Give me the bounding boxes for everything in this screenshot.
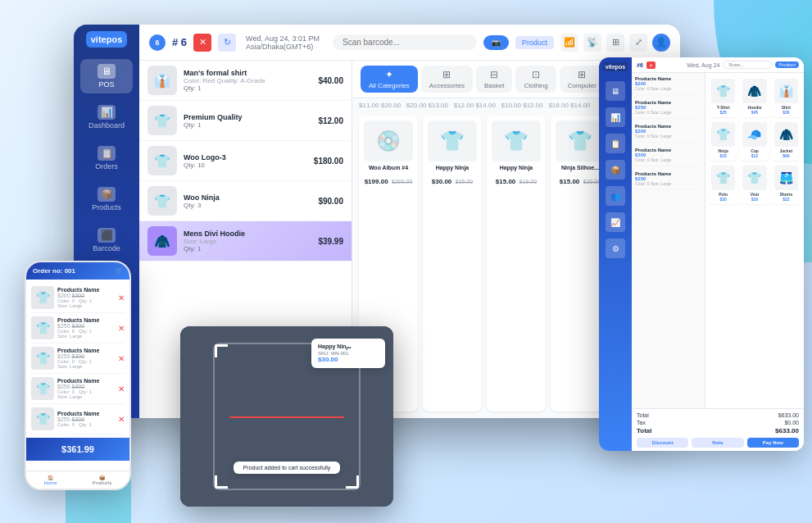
phone-delete-button-3[interactable]: ✕ — [118, 384, 125, 393]
grid-icon[interactable]: ⊞ — [606, 34, 624, 52]
scene: vitepos 🖥 POS 📊 Dashboard 📋 Orders 📦 Pro… — [0, 0, 812, 523]
right-discount-button[interactable]: Discount — [637, 438, 688, 448]
phone-delete-button-2[interactable]: ✕ — [118, 354, 125, 363]
user-avatar[interactable]: 👤 — [652, 34, 670, 52]
right-product-price-8: $22 — [774, 197, 798, 202]
right-pos-icon[interactable]: 🖥 — [606, 81, 625, 101]
order-item-name-3: Woo Ninja — [184, 193, 311, 202]
datetime: Wed, Aug 24, 3:01 PM Asia/Dhaka(GMT+6) — [246, 34, 320, 51]
delete-order-button[interactable]: ✕ — [193, 34, 211, 52]
order-item-details-3: Woo Ninja Qty: 3 — [184, 193, 311, 209]
phone-order-number: Order no: 001 — [33, 267, 75, 275]
signal-icon[interactable]: 📡 — [583, 34, 601, 52]
right-product-price-1: $45 — [742, 110, 766, 115]
product-card-1[interactable]: 👕 Happy Ninja $30.00 $35.00 — [423, 116, 482, 412]
scan-button[interactable]: 📷 — [483, 35, 509, 50]
right-products-icon[interactable]: 📦 — [606, 160, 625, 180]
product-card-name-0: Woo Album #4 — [364, 165, 413, 171]
phone-item-text-3: Products Name $250 $300 Color: 0 Qty: 1 … — [57, 378, 115, 399]
product-card-img-3: 👕 — [556, 121, 605, 161]
barcode-search-input[interactable] — [333, 34, 477, 50]
clothing-icon: ⊡ — [532, 69, 540, 80]
sidebar-item-dashboard[interactable]: 📊 Dashboard — [80, 100, 133, 134]
right-product-card-0[interactable]: 👕 T-Shirt $25 — [709, 76, 737, 117]
right-product-img-3: 👕 — [711, 122, 735, 147]
right-search-input[interactable] — [723, 61, 772, 69]
product-card-price-2: $15.00 $18.00 — [492, 172, 541, 187]
order-item-price-1: $12.00 — [318, 116, 343, 125]
order-item-name-2: Woo Logo-3 — [184, 153, 307, 161]
wifi-icon[interactable]: 📶 — [560, 34, 578, 52]
right-product-card-2[interactable]: 👔 Shirt $30 — [772, 76, 801, 117]
order-item-qty-0: Qty: 1 — [184, 84, 311, 92]
right-orders-icon[interactable]: 📋 — [606, 134, 625, 153]
right-product-card-5[interactable]: 🧥 Jacket $60 — [772, 120, 801, 161]
scan-corner-tl — [215, 344, 228, 357]
category-tab-accessories[interactable]: ⊞ Accessories — [421, 66, 473, 93]
right-subtotal-label: Total — [637, 412, 649, 418]
product-card-name-3: Ninja Silhoe... — [556, 165, 605, 171]
phone-item-name-1: Products Name — [57, 317, 115, 323]
phone-nav-products[interactable]: 📦 Products — [93, 475, 112, 485]
right-product-card-3[interactable]: 👕 Ninja $15 — [709, 120, 737, 161]
phone-delete-button-1[interactable]: ✕ — [118, 324, 125, 333]
right-stock-icon[interactable]: 📈 — [606, 212, 625, 232]
phone-order-item-1: 👕 Products Name $250 $300 Color: 0 Qty: … — [31, 313, 125, 343]
product-card-name-1: Happy Ninja — [428, 165, 477, 171]
phone-item-size-0: Size: Large — [57, 303, 115, 308]
right-product-card-6[interactable]: 👕 Polo $20 — [709, 163, 737, 204]
right-product-card-7[interactable]: 👕 Vest $18 — [740, 163, 769, 204]
product-card-2[interactable]: 👕 Happy Ninja $15.00 $18.00 — [487, 116, 546, 412]
right-order-meta-4: Color: 0 Size: Large — [635, 181, 701, 186]
right-note-button[interactable]: Note — [692, 438, 743, 448]
right-dashboard-icon[interactable]: 📊 — [606, 107, 625, 127]
order-item-qty-2: Qty: 10 — [184, 161, 307, 169]
right-app: vitepos 🖥 📊 📋 📦 👥 📈 ⚙ #6 ✕ Wed, Aug 24 P… — [599, 57, 804, 451]
phone-item-price-1: $250 $300 — [57, 323, 115, 329]
right-tax-value: $0.00 — [784, 420, 799, 425]
phone-delete-button-0[interactable]: ✕ — [118, 293, 125, 302]
phone-item-name-2: Products Name — [57, 348, 115, 353]
phone-total: $361.99 — [33, 444, 123, 454]
accessories-icon: ⊞ — [442, 69, 451, 80]
sidebar-item-barcode[interactable]: ⬛ Barcode — [80, 223, 133, 257]
right-product-price-7: $18 — [742, 197, 766, 202]
right-product-card-8[interactable]: 🩳 Shorts $22 — [772, 163, 801, 204]
phone-order-item-4: 👕 Products Name $250 $300 Color: 0 Qty: … — [31, 404, 125, 434]
right-delete-button[interactable]: ✕ — [646, 61, 655, 69]
expand-icon[interactable]: ⤢ — [629, 34, 647, 52]
sidebar-item-products-label: Products — [92, 203, 121, 211]
order-item-img-3: 👕 — [147, 186, 177, 216]
order-item-0: 👔 Man's formal shirt Color: Red Quality:… — [139, 61, 352, 101]
right-pay-button[interactable]: Pay Now — [747, 438, 799, 448]
phone-nav-home-label: Home — [44, 480, 57, 485]
right-customers-icon[interactable]: 👥 — [606, 186, 625, 206]
phone-nav-home[interactable]: 🏠 Home — [44, 475, 57, 485]
right-sidebar: vitepos 🖥 📊 📋 📦 👥 📈 ⚙ — [599, 57, 632, 451]
category-tab-basket[interactable]: ⊟ Basket — [476, 66, 512, 93]
sidebar-item-orders[interactable]: 📋 Orders — [80, 141, 133, 175]
category-tab-clothing[interactable]: ⊡ Clothing — [515, 66, 556, 93]
right-product-label: Product — [775, 61, 799, 68]
right-product-img-4: 🧢 — [742, 122, 766, 147]
category-tab-all[interactable]: ✦ All Categories — [361, 66, 418, 93]
right-settings-icon[interactable]: ⚙ — [606, 239, 625, 258]
products-nav-icon: 📦 — [93, 475, 112, 480]
sidebar-item-pos[interactable]: 🖥 POS — [80, 59, 133, 93]
sidebar-item-products[interactable]: 📦 Products — [80, 182, 133, 216]
clothing-label: Clothing — [524, 82, 547, 89]
right-logo: vitepos — [603, 62, 628, 71]
date-text: Wed, Aug 24, 3:01 PM — [246, 34, 320, 43]
basket-label: Basket — [484, 82, 504, 89]
right-product-card-4[interactable]: 🧢 Cap $12 — [740, 120, 769, 161]
refresh-button[interactable]: ↻ — [218, 34, 236, 52]
phone-item-price-0: $200 $300 — [57, 293, 115, 298]
order-item-details-4: Mens Divi Hoodie Size: Large Qty: 1 — [184, 230, 311, 252]
phone-delete-button-4[interactable]: ✕ — [118, 415, 125, 424]
timezone-text: Asia/Dhaka(GMT+6) — [246, 43, 320, 51]
order-item-img-0: 👔 — [147, 66, 177, 95]
order-item-price-3: $90.00 — [318, 197, 343, 206]
category-tab-computer[interactable]: ⊞ Computer — [560, 66, 605, 93]
product-card-img-2: 👕 — [492, 121, 541, 161]
right-product-card-1[interactable]: 🧥 Hoodie $45 — [740, 76, 769, 117]
